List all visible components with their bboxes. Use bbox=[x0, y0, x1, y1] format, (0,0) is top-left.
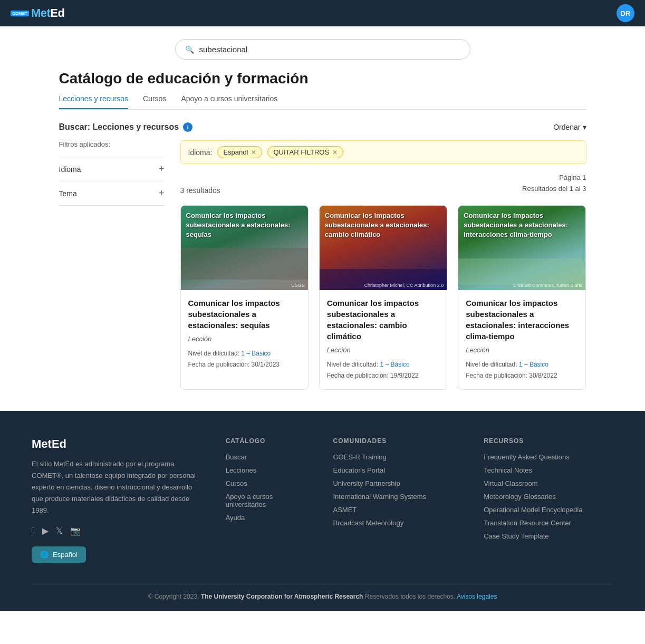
footer-link-university[interactable]: University Partnership bbox=[333, 479, 463, 487]
card-3-date-label: Fecha de publicación: bbox=[466, 372, 527, 379]
card-1-body: Comunicar los impactos subestacionales a… bbox=[181, 290, 308, 378]
footer-resources-col: RECURSOS Frequently Asked Questions Tech… bbox=[484, 437, 613, 563]
remove-language-filter-icon[interactable]: ✕ bbox=[251, 149, 256, 156]
results-area: Idioma: Español ✕ QUITAR FILTROS ✕ 3 res… bbox=[180, 140, 586, 390]
footer-social-icons:  ▶ 𝕏 📷 bbox=[32, 526, 205, 536]
footer-link-lecciones[interactable]: Lecciones bbox=[226, 466, 312, 474]
footer-link-cursos[interactable]: Cursos bbox=[226, 479, 312, 487]
active-filters-bar: Idioma: Español ✕ QUITAR FILTROS ✕ bbox=[180, 140, 586, 164]
filter-tema-label: Tema bbox=[59, 189, 77, 198]
org-name: The University Corporation for Atmospher… bbox=[201, 593, 363, 600]
sort-button[interactable]: Ordenar ▾ bbox=[553, 123, 586, 131]
language-filter-value: Español bbox=[223, 148, 248, 156]
footer-link-ayuda[interactable]: Ayuda bbox=[226, 514, 312, 522]
language-label: Español bbox=[53, 551, 78, 559]
results-meta: 3 resultados Página 1 Resultados del 1 a… bbox=[180, 172, 586, 195]
card-2-date-value: 19/9/2022 bbox=[390, 372, 418, 379]
footer-link-translation[interactable]: Translation Resource Center bbox=[484, 519, 613, 527]
card-3-title: Comunicar los impactos subestacionales a… bbox=[466, 297, 578, 342]
globe-icon: 🌐 bbox=[40, 551, 49, 559]
clear-filters-button[interactable]: QUITAR FILTROS ✕ bbox=[267, 146, 343, 158]
card-1[interactable]: Comunicar los impactos subestacionales a… bbox=[180, 205, 309, 390]
sidebar-filter-tema[interactable]: Tema + bbox=[59, 181, 165, 206]
filters-applied-label: Filtros aplicados: bbox=[59, 140, 165, 148]
tab-courses[interactable]: Cursos bbox=[143, 94, 166, 109]
card-2-meta: Nivel de dificultad: 1 – Básico Fecha de… bbox=[327, 359, 439, 382]
card-3[interactable]: Comunicar los impactos subestacionales a… bbox=[458, 205, 586, 390]
plus-icon-tema: + bbox=[159, 188, 165, 199]
card-2-difficulty-link[interactable]: 1 – Básico bbox=[380, 361, 410, 368]
footer-link-model-encyclopedia[interactable]: Operational Model Encyclopedia bbox=[484, 506, 613, 514]
legal-link[interactable]: Avisos legales bbox=[457, 593, 497, 600]
youtube-icon[interactable]: ▶ bbox=[42, 526, 49, 536]
card-1-type: Lección bbox=[188, 335, 301, 343]
cards-grid: Comunicar los impactos subestacionales a… bbox=[180, 205, 586, 390]
card-3-difficulty-label: Nivel de dificultad: bbox=[466, 361, 517, 368]
search-label-text: Buscar: Lecciones y recursos bbox=[59, 122, 179, 132]
info-icon[interactable]: i bbox=[183, 122, 192, 132]
search-label-row: Buscar: Lecciones y recursos i Ordenar ▾ bbox=[59, 122, 586, 132]
search-label: Buscar: Lecciones y recursos i bbox=[59, 122, 193, 132]
search-container: 🔍 bbox=[0, 26, 645, 70]
card-1-difficulty-label: Nivel de dificultad: bbox=[188, 350, 239, 357]
facebook-icon[interactable]:  bbox=[32, 526, 35, 536]
footer-link-warning[interactable]: International Warning Systems bbox=[333, 493, 463, 501]
search-input[interactable] bbox=[199, 45, 460, 54]
card-2-type: Lección bbox=[327, 346, 439, 354]
results-pagination: Página 1 Resultados del 1 al 3 bbox=[522, 172, 586, 195]
tab-university[interactable]: Apoyo a cursos universitarios bbox=[181, 94, 277, 109]
rights-text: Reservados todos los derechos. bbox=[365, 593, 455, 600]
language-filter-tag[interactable]: Español ✕ bbox=[217, 146, 262, 158]
footer-link-case-study[interactable]: Case Study Template bbox=[484, 532, 613, 540]
card-1-date-label: Fecha de publicación: bbox=[188, 361, 250, 368]
card-1-attribution: USGS bbox=[291, 283, 305, 288]
footer-link-buscar[interactable]: Buscar bbox=[226, 453, 312, 461]
tab-lessons[interactable]: Lecciones y recursos bbox=[59, 94, 129, 109]
card-1-image: Comunicar los impactos subestacionales a… bbox=[181, 206, 308, 290]
header-logo[interactable]: COMET MetEd bbox=[11, 6, 64, 20]
language-filter-label: Idioma: bbox=[188, 148, 213, 157]
card-2-attribution: Christopher Michel, CC Attribution 2.0 bbox=[364, 283, 444, 288]
language-button[interactable]: 🌐 Español bbox=[32, 546, 86, 563]
card-3-image: Comunicar los impactos subestacionales a… bbox=[458, 206, 585, 290]
footer-link-educator[interactable]: Educator's Portal bbox=[333, 466, 463, 474]
card-3-difficulty-link[interactable]: 1 – Básico bbox=[519, 361, 548, 368]
clear-filters-x-icon[interactable]: ✕ bbox=[332, 149, 338, 156]
footer-link-goes[interactable]: GOES-R Training bbox=[333, 453, 463, 461]
card-3-date-value: 30/8/2022 bbox=[529, 372, 557, 379]
clear-filters-label: QUITAR FILTROS bbox=[273, 148, 329, 156]
card-3-type: Lección bbox=[466, 346, 578, 354]
sort-label: Ordenar bbox=[553, 123, 580, 131]
user-avatar[interactable]: DR bbox=[617, 4, 634, 22]
card-2-title: Comunicar los impactos subestacionales a… bbox=[327, 297, 439, 342]
card-3-image-text: Comunicar los impactos subestacionales a… bbox=[464, 211, 580, 240]
footer-communities-title: COMUNIDADES bbox=[333, 437, 463, 445]
copyright-text: © Copyright 2023, bbox=[148, 593, 199, 600]
card-3-attribution: Creative Commons, Karen Blaha bbox=[513, 283, 583, 288]
footer-link-faq[interactable]: Frequently Asked Questions bbox=[484, 453, 613, 461]
footer-link-apoyo[interactable]: Apoyo a cursos universitarios bbox=[226, 493, 312, 508]
footer-link-asmet[interactable]: ASMET bbox=[333, 506, 463, 514]
site-footer: MetEd El sitio MetEd es administrado por… bbox=[0, 411, 645, 611]
card-1-difficulty-link[interactable]: 1 – Básico bbox=[241, 350, 271, 357]
twitter-icon[interactable]: 𝕏 bbox=[56, 526, 63, 536]
footer-logo: MetEd bbox=[32, 437, 205, 451]
content-layout: Filtros aplicados: Idioma + Tema + Idiom… bbox=[59, 140, 586, 390]
footer-link-broadcast[interactable]: Broadcast Meteorology bbox=[333, 519, 463, 527]
card-2-body: Comunicar los impactos subestacionales a… bbox=[320, 290, 447, 389]
footer-bottom: © Copyright 2023, The University Corpora… bbox=[32, 584, 613, 600]
card-1-meta: Nivel de dificultad: 1 – Básico Fecha de… bbox=[188, 348, 301, 371]
search-icon: 🔍 bbox=[185, 45, 194, 54]
card-2-image-text: Comunicar los impactos subestacionales a… bbox=[325, 211, 441, 240]
logo-text: MetEd bbox=[31, 6, 65, 20]
sidebar-filter-idioma[interactable]: Idioma + bbox=[59, 157, 165, 181]
plus-icon-idioma: + bbox=[159, 164, 165, 175]
footer-catalog-col: CATÁLOGO Buscar Lecciones Cursos Apoyo a… bbox=[226, 437, 312, 563]
tabs-nav: Lecciones y recursos Cursos Apoyo a curs… bbox=[59, 94, 586, 110]
footer-link-glossaries[interactable]: Meteorology Glossaries bbox=[484, 493, 613, 501]
card-2[interactable]: Comunicar los impactos subestacionales a… bbox=[319, 205, 447, 390]
footer-link-technical-notes[interactable]: Technical Notes bbox=[484, 466, 613, 474]
footer-link-virtual-classroom[interactable]: Virtual Classroom bbox=[484, 479, 613, 487]
instagram-icon[interactable]: 📷 bbox=[70, 526, 81, 536]
card-3-meta: Nivel de dificultad: 1 – Básico Fecha de… bbox=[466, 359, 578, 382]
